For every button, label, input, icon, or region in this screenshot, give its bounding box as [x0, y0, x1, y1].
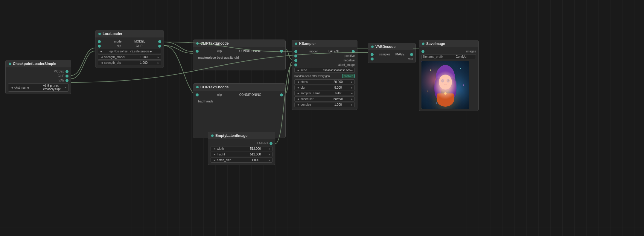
str-clip-next[interactable]: ►: [157, 61, 160, 64]
lora-model-row: model MODEL: [98, 39, 161, 44]
denoise-row[interactable]: ◄ denoise 1.000 ►: [294, 102, 355, 107]
node-clip-pos: CLIPTextEncode clip CONDITIONING masterp…: [193, 40, 286, 70]
ksampler-model-input[interactable]: [294, 50, 297, 53]
node-vae-decode-title: VAEDecode: [375, 45, 395, 49]
sampler-next[interactable]: ►: [351, 92, 353, 95]
lora-status-dot: [98, 33, 101, 35]
seed-prev[interactable]: ◄: [296, 69, 301, 72]
denoise-next[interactable]: ►: [351, 103, 353, 106]
node-checkpoint: CheckpointLoaderSimple MODEL CLIP VAE ◄ …: [5, 60, 71, 94]
cfg-prev[interactable]: ◄: [296, 86, 301, 89]
cfg-next[interactable]: ►: [351, 86, 353, 89]
width-prev[interactable]: ◄: [212, 147, 217, 150]
node-vae-decode: VAEDecode samples IMAGE vae: [368, 43, 416, 63]
denoise-label: denoise: [301, 103, 326, 106]
scheduler-prev[interactable]: ◄: [296, 97, 301, 101]
clip-neg-input-row: clip CONDITIONING: [196, 93, 283, 97]
svg-point-17: [430, 69, 431, 71]
clip-neg-text[interactable]: bad hands: [196, 97, 283, 136]
seed-row[interactable]: ◄ seed 851616030078638.000 ►: [294, 68, 355, 73]
str-clip-prev[interactable]: ◄: [99, 61, 104, 64]
ksampler-pos-input[interactable]: [294, 55, 297, 58]
steps-row[interactable]: ◄ steps 20.000 ►: [294, 79, 355, 84]
steps-prev[interactable]: ◄: [296, 80, 301, 84]
image-preview: [421, 61, 469, 109]
strength-clip-row[interactable]: ◄ strength_clip 1.000 ►: [98, 60, 161, 65]
cfg-value: 8.000: [326, 86, 351, 89]
sampler-name-row[interactable]: ◄ sampler_name euler ►: [294, 91, 355, 96]
sampler-label: sampler_name: [301, 92, 326, 95]
ckpt-name-label: ckpt_name: [14, 86, 39, 89]
node-clip-neg-title: CLIPTextEncode: [200, 85, 229, 89]
strength-model-row[interactable]: ◄ strength_model 1.000 ►: [98, 55, 161, 60]
clip-pos-input[interactable]: [196, 50, 199, 53]
clip-output-label: CLIP: [8, 74, 68, 78]
ckpt-prev-btn[interactable]: ◄: [10, 86, 14, 89]
height-row[interactable]: ◄ height 512.000 ►: [211, 152, 272, 157]
save-images-input[interactable]: [421, 50, 424, 53]
vae-image-output[interactable]: [410, 53, 413, 56]
lora-next-btn[interactable]: ►: [150, 50, 159, 53]
random-seed-label: Random seed after every gen: [294, 75, 330, 78]
scheduler-next[interactable]: ►: [351, 98, 353, 101]
lora-model-output[interactable]: [158, 40, 161, 43]
filename-prefix-label: filename_prefix: [423, 55, 449, 58]
svg-point-4: [436, 65, 455, 90]
clip-pos-output[interactable]: [280, 50, 283, 53]
height-prev[interactable]: ◄: [212, 153, 217, 156]
random-seed-value[interactable]: enabled: [342, 74, 355, 78]
vae-samples-input[interactable]: [371, 53, 374, 56]
str-model-next[interactable]: ►: [157, 56, 160, 59]
node-vae-decode-header: VAEDecode: [368, 43, 415, 50]
ckpt-next-btn[interactable]: ►: [64, 86, 67, 89]
vae-vae-input[interactable]: [371, 58, 374, 60]
denoise-value: 1.000: [326, 103, 351, 106]
ksampler-latent-output[interactable]: [352, 50, 355, 53]
strength-model-value: 1.000: [131, 55, 157, 59]
ksampler-latent-input[interactable]: [294, 63, 297, 66]
scheduler-row[interactable]: ◄ scheduler normal ►: [294, 96, 355, 102]
node-clip-neg-header: CLIPTextEncode: [193, 84, 285, 91]
sampler-prev[interactable]: ◄: [296, 92, 301, 95]
ksampler-neg-input[interactable]: [294, 59, 297, 62]
width-row[interactable]: ◄ width 512.000 ►: [211, 146, 272, 151]
model-output-connector[interactable]: [66, 70, 68, 73]
lora-clip-input[interactable]: [98, 45, 101, 48]
clip-neg-output[interactable]: [280, 93, 283, 96]
latent-output[interactable]: [270, 142, 272, 145]
batch-prev[interactable]: ◄: [212, 158, 217, 162]
steps-next[interactable]: ►: [351, 81, 353, 84]
ckpt-name-value: v1-5-pruned-emaonly.ckpt: [39, 84, 65, 91]
clip-neg-input[interactable]: [196, 93, 199, 96]
height-next[interactable]: ►: [268, 153, 271, 156]
clip-output-connector[interactable]: [66, 75, 68, 78]
clip-pos-text[interactable]: masterpiece best quality girl: [196, 53, 283, 68]
lora-clip-output[interactable]: [158, 45, 161, 48]
vae-vae-row: vae: [371, 57, 413, 61]
batch-size-row[interactable]: ◄ batch_size 1.000 ►: [211, 158, 272, 163]
node-clip-pos-title: CLIPTextEncode: [200, 41, 229, 46]
svg-point-12: [442, 80, 443, 81]
preview-svg: [421, 61, 469, 109]
seed-next[interactable]: ►: [351, 69, 353, 72]
save-images-row: images: [421, 49, 476, 54]
vae-output-connector[interactable]: [66, 79, 68, 82]
cfg-row[interactable]: ◄ cfg 8.000 ►: [294, 85, 355, 90]
lora-model-input[interactable]: [98, 40, 101, 43]
width-next[interactable]: ►: [268, 147, 271, 150]
svg-point-13: [447, 80, 448, 81]
strength-clip-label: strength_clip: [104, 61, 131, 64]
batch-next[interactable]: ►: [268, 159, 271, 162]
lora-prev-btn[interactable]: ◄: [100, 50, 109, 53]
lora-name-row[interactable]: ◄ epiNoiseoffset_v2.safetensors ►: [98, 49, 161, 54]
str-model-prev[interactable]: ◄: [99, 55, 104, 59]
denoise-prev[interactable]: ◄: [296, 103, 301, 106]
ckpt-name-row[interactable]: ◄ ckpt_name v1-5-pruned-emaonly.ckpt ►: [8, 83, 68, 92]
svg-point-16: [444, 92, 447, 95]
width-label: width: [217, 147, 243, 150]
filename-prefix-row[interactable]: filename_prefix ComfyUI: [421, 54, 476, 59]
clip-pos-dot: [196, 42, 199, 45]
vae-samples-row: samples IMAGE: [371, 52, 413, 57]
node-checkpoint-title: CheckpointLoaderSimple: [13, 62, 56, 66]
svg-point-5: [434, 78, 441, 99]
